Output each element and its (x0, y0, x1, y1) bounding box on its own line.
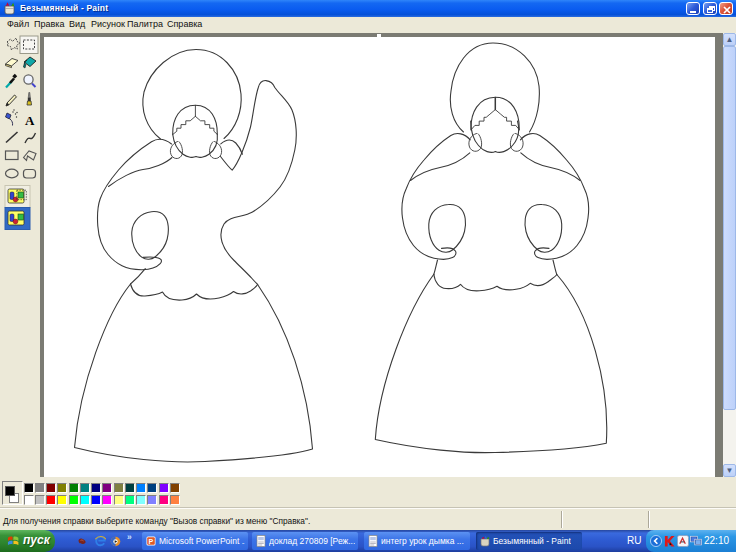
svg-text:A: A (25, 113, 35, 128)
svg-text:P: P (148, 538, 153, 545)
